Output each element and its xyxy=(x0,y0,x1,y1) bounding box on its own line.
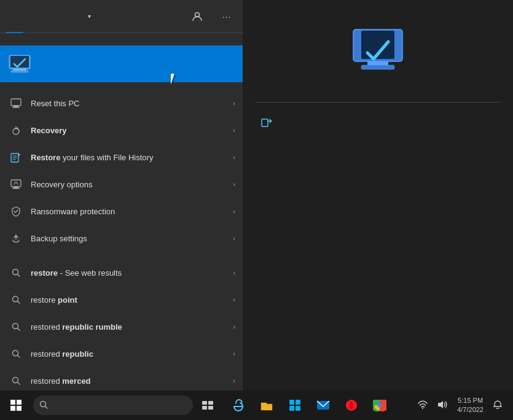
svg-rect-41 xyxy=(296,406,300,411)
rp-app-icon xyxy=(350,25,405,74)
svg-rect-2 xyxy=(13,69,26,71)
file-history-icon xyxy=(7,149,25,166)
web-item-restored-merced[interactable]: restored merced › xyxy=(0,367,243,391)
taskbar-apps xyxy=(225,392,393,419)
arrow-icon-7: › xyxy=(233,269,235,276)
web-item-restored-republic[interactable]: restored republic › xyxy=(0,340,243,367)
recovery-options-icon xyxy=(7,176,25,193)
svg-rect-10 xyxy=(11,180,21,187)
open-icon xyxy=(261,119,272,130)
volume-icon[interactable] xyxy=(434,398,451,413)
settings-item-recovery[interactable]: Recovery › xyxy=(0,117,243,144)
tab-web[interactable] xyxy=(58,0,75,33)
svg-rect-30 xyxy=(10,406,15,411)
rp-divider xyxy=(255,102,501,103)
restore-point-icon xyxy=(7,52,32,76)
web-item-restored-republic-rumble[interactable]: restored republic rumble › xyxy=(0,313,243,340)
backup-icon xyxy=(7,230,25,247)
microsoft-store-icon[interactable] xyxy=(281,392,308,419)
arrow-icon-5: › xyxy=(233,208,235,215)
svg-rect-25 xyxy=(367,61,388,65)
start-button[interactable] xyxy=(2,391,29,420)
tab-more[interactable]: ▾ xyxy=(75,0,100,33)
svg-point-45 xyxy=(350,401,353,410)
notification-icon[interactable] xyxy=(490,398,506,413)
arrow-icon-6: › xyxy=(233,235,235,242)
clock[interactable]: 5:15 PM 4/7/2022 xyxy=(453,394,487,418)
search-icon-3 xyxy=(7,318,25,335)
settings-item-reset[interactable]: Reset this PC › xyxy=(0,90,243,117)
svg-rect-36 xyxy=(202,406,207,410)
arrow-icon-11: › xyxy=(233,377,235,384)
search-icon-4 xyxy=(7,345,25,362)
arrow-icon-8: › xyxy=(233,296,235,303)
settings-item-restore-files[interactable]: Restore your files with File History › xyxy=(0,144,243,171)
opera-icon[interactable] xyxy=(338,392,365,419)
tab-apps[interactable] xyxy=(23,0,41,33)
recovery-icon xyxy=(7,122,25,139)
left-panel: ▾ ··· xyxy=(0,0,243,391)
web-item-restore[interactable]: restore - See web results › xyxy=(0,259,243,286)
settings-item-recovery-text: Recovery xyxy=(31,126,233,135)
file-explorer-icon[interactable] xyxy=(253,392,280,419)
svg-rect-6 xyxy=(14,106,18,107)
search-icon-2 xyxy=(7,291,25,308)
web-item-restore-point[interactable]: restore point › xyxy=(0,286,243,313)
taskbar-search[interactable] xyxy=(33,395,193,415)
settings-item-recovery-options[interactable]: Recovery options › xyxy=(0,171,243,198)
settings-item-ransomware[interactable]: Ransomware protection › xyxy=(0,198,243,225)
settings-item-reset-text: Reset this PC xyxy=(31,99,233,108)
svg-rect-35 xyxy=(208,401,213,405)
svg-rect-39 xyxy=(296,400,300,405)
start-menu: ▾ ··· xyxy=(0,0,513,391)
settings-item-backup-text: Backup settings xyxy=(31,234,233,243)
svg-line-22 xyxy=(18,383,20,385)
time-display: 5:15 PM xyxy=(457,396,484,405)
tabs-actions: ··· xyxy=(187,7,237,26)
svg-rect-34 xyxy=(202,401,207,405)
svg-marker-50 xyxy=(438,401,443,408)
search-icon-5 xyxy=(7,372,25,389)
svg-rect-11 xyxy=(14,187,18,188)
svg-rect-26 xyxy=(361,65,394,69)
tab-documents[interactable] xyxy=(41,0,58,33)
rp-open-button[interactable] xyxy=(255,115,284,133)
settings-item-backup[interactable]: Backup settings › xyxy=(0,225,243,252)
arrow-icon-2: › xyxy=(233,126,235,134)
svg-rect-7 xyxy=(12,107,20,108)
arrow-icon-4: › xyxy=(233,181,235,188)
svg-rect-37 xyxy=(208,406,213,410)
svg-rect-4 xyxy=(10,56,29,68)
svg-line-20 xyxy=(18,356,20,358)
tabs-bar: ▾ ··· xyxy=(0,0,243,33)
web-item-restore-point-text: restore point xyxy=(31,295,233,305)
taskbar-search-icon xyxy=(39,400,48,411)
svg-rect-31 xyxy=(17,406,22,411)
svg-rect-12 xyxy=(12,188,20,189)
network-icon[interactable] xyxy=(414,398,431,413)
web-item-restored-republic-rumble-text: restored republic rumble xyxy=(31,322,233,332)
search-results: Reset this PC › Recovery › xyxy=(0,33,243,391)
more-options-icon[interactable]: ··· xyxy=(217,7,237,26)
settings-item-recovery-options-text: Recovery options xyxy=(31,180,233,189)
best-match-item[interactable] xyxy=(0,45,243,82)
tab-all[interactable] xyxy=(6,0,23,33)
person-icon[interactable] xyxy=(187,7,207,26)
svg-point-49 xyxy=(422,408,423,409)
best-match-label xyxy=(0,38,243,45)
arrow-icon: › xyxy=(233,99,235,107)
shield-protection-icon xyxy=(7,203,25,220)
arrow-icon-9: › xyxy=(233,323,235,330)
settings-label xyxy=(0,82,243,90)
edge-icon[interactable] xyxy=(225,392,252,419)
svg-line-33 xyxy=(45,406,48,408)
task-view-button[interactable] xyxy=(194,392,221,419)
svg-point-48 xyxy=(378,403,382,408)
settings-item-restore-files-text: Restore your files with File History xyxy=(31,153,233,162)
mail-icon[interactable] xyxy=(310,392,337,419)
web-item-restored-republic-text: restored republic xyxy=(31,349,233,359)
chrome-icon[interactable] xyxy=(366,392,393,419)
svg-rect-29 xyxy=(17,400,22,405)
svg-line-14 xyxy=(18,274,20,277)
svg-rect-27 xyxy=(262,119,268,126)
